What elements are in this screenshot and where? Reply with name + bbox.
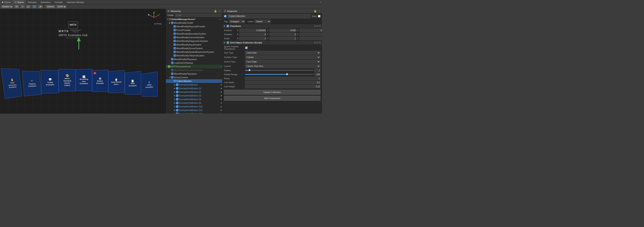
radial-range-slider-thumb[interactable] [286,73,288,75]
gizmos-button[interactable]: Gizmos [46,5,55,9]
hierarchy-item-raycast[interactable]: MixedRealityRaycastProvider [166,25,222,28]
hierarchy-item-scene-sys[interactable]: MixedRealitySceneSystem [166,47,222,50]
hierarchy-item-loadhub[interactable]: LoadHubOnStartup [166,61,222,65]
scene-options[interactable]: — ≡ [219,18,222,20]
layer-dropdown[interactable]: Default [254,20,271,23]
hierarchy-item-boundary[interactable]: MixedRealityBoundarySystem [166,32,222,36]
grid-paste-icon[interactable]: ⧉ [317,42,318,44]
rotation-z-input[interactable] [300,33,322,36]
cell-height-input[interactable] [245,85,320,88]
rotation-y-input[interactable] [270,33,296,36]
rows-input[interactable] [245,77,320,80]
hierarchy-item-spatial[interactable]: MixedRealitySpatialAwarenessSystem [166,50,222,54]
transform-settings-icon[interactable]: ⚙ [319,25,321,27]
hierarchy-item-hub-btn10[interactable]: ▶ ExampleHubButton (10) ▶ [166,105,222,108]
hierarchy-lock-icon[interactable]: 🔒 [214,10,217,13]
hierarchy-search-input[interactable] [175,14,222,17]
scale-x-input[interactable] [240,37,266,40]
hierarchy-item-input[interactable]: MixedRealityInputSystem [166,43,222,47]
hierarchy-item-playspace2[interactable]: MixedRealityPlayspace [166,72,222,76]
hierarchy-item-scene-content[interactable]: ▼ SceneContent [166,76,222,79]
radial-range-slider-track[interactable] [245,74,314,75]
inspector-menu-icon[interactable]: ⋮ [318,10,320,13]
lighting-button[interactable]: ☀ [20,5,25,9]
hierarchy-item-mrtk-hub[interactable]: ▼ MRTKExamplesHub — ≡ [166,65,222,68]
hierarchy-item-hub-btn4[interactable]: ▶ ExampleHubButton (4) ▶ [166,97,222,101]
radius-slider-track[interactable] [245,70,314,71]
position-x-input[interactable] [240,29,266,32]
tab-animator[interactable]: Animator [26,0,38,5]
hierarchy-item-hub-btn2[interactable]: ▶ ExampleHubButton (2) ▶ [166,90,222,94]
radial-range-input[interactable] [314,73,320,76]
hierarchy-item-hub-btn1[interactable]: ▶ ExampleHubButton (1) ▶ [166,87,222,90]
update-collection-button[interactable]: Update Collection [224,90,320,95]
position-z-input[interactable] [300,29,322,32]
transform-copy-icon[interactable]: ⧉ [314,25,316,27]
layout-dropdown[interactable]: Column Then Row [245,64,320,68]
transform-paste-icon[interactable]: ⧉ [317,25,318,27]
ignore-inactive-checkbox[interactable] [245,47,248,49]
tab-scene[interactable]: ⬡ Scene [12,0,26,5]
hierarchy-menu-icon[interactable]: ⋮ [218,10,220,13]
transform-component-header[interactable]: ▼ T Transform ⧉ ⧉ ⚙ [222,24,322,28]
hierarchy-create-btn[interactable]: Create [167,14,174,17]
scale-y-input[interactable] [270,37,296,40]
filter-select[interactable]: Q+All [56,5,66,9]
rotation-x-input[interactable] [240,33,266,36]
close-icon[interactable]: ✕ [320,1,321,3]
cell-width-input[interactable] [245,81,320,84]
tab-animation[interactable]: Animation [38,0,52,5]
obj-name-input[interactable] [228,14,310,18]
tag-dropdown[interactable]: Untagged [229,20,245,23]
expand-arrow-3[interactable]: ▶ [221,95,222,97]
position-y-input[interactable] [270,29,296,32]
obj-active-checkbox[interactable] [224,15,226,17]
expand-arrow[interactable]: ▶ [221,84,222,86]
hierarchy-item-cube-collection[interactable]: CubeCollection [166,79,222,83]
2d-button[interactable]: 2D [14,5,20,9]
hierarchy-item-teleport[interactable]: MixedRealityTeleportSystem [166,54,222,57]
expand-arrow-5[interactable]: ▶ [221,102,222,104]
expand-arrow-4[interactable]: ▶ [221,98,222,100]
hierarchy-item-mrt-inactive[interactable]: MixedRealityToolkit (Inactive) [166,68,222,72]
inspector-lock-icon[interactable]: 🔒 [314,10,317,13]
sort-type-dropdown[interactable]: Child Order [245,51,320,55]
scale-z-input[interactable] [300,37,322,40]
add-component-button[interactable]: Add Component [224,96,320,101]
tab-game[interactable]: ▶ Game [0,0,12,5]
shading-select[interactable]: Shaded [1,5,13,9]
hierarchy-scene-root[interactable]: ▼ DefaultManagerScene* — ≡ [166,17,222,21]
hierarchy-item-camera[interactable]: MixedRealityCameraSystem [166,36,222,39]
orient-type-dropdown[interactable]: Face Origin [245,60,320,64]
hierarchy-item-hub-btn5[interactable]: ▶ ExampleHubButton (5) ▶ [166,101,222,105]
grid-copy-icon[interactable]: ⧉ [314,42,316,44]
expand-arrow-1[interactable]: ▶ [221,87,222,89]
hierarchy-item-hub-btn[interactable]: ▶ ExampleHubButton ▶ [166,83,222,87]
hierarchy-item-focus[interactable]: FocusProvider [166,28,222,32]
hierarchy-item-playspace[interactable]: MixedRealityPlayspace [166,57,222,61]
expand-arrow-13[interactable]: ▶ [221,113,222,114]
grid-collection-header[interactable]: ▼ # Grid Object Collection (Script) ⧉ ⧉ … [222,41,322,45]
surface-type-dropdown[interactable]: Cylinder [245,55,320,59]
expand-arrow-12[interactable]: ▶ [221,109,222,111]
grid-settings-icon[interactable]: ⚙ [319,42,321,44]
radius-slider-thumb[interactable] [248,69,250,71]
radius-input[interactable] [314,69,320,72]
hierarchy-item-diag[interactable]: MixedRealityDiagnosticsSystem [166,39,222,43]
expand-arrow-2[interactable]: ▶ [221,91,222,93]
static-checkbox[interactable] [318,15,320,17]
hierarchy-item-hub-btn13[interactable]: ▶ ExampleHubButton (13) ▶ [166,112,222,114]
hierarchy-item-hub-btn12[interactable]: ▶ ExampleHubButton (12) ▶ [166,108,222,112]
expand-arrow-10[interactable]: ▶ [221,106,222,108]
audio-button[interactable]: 🔊 [26,5,31,9]
skybox-button[interactable]: 🌐 [32,5,37,9]
mrtk-logo: MRTK MRTK MIXED REALITYTOOLKIT MRTK Exam… [58,21,88,39]
tab-optimize[interactable]: Optimize Window [65,0,86,5]
tab-console[interactable]: Console [52,0,65,5]
scene-view[interactable]: y x ◄ Persp MRTK MRTK MIXED REALITYTOOLK… [0,9,166,114]
fx-button[interactable]: ✨ [38,5,43,9]
hierarchy-title: Hierarchy [171,10,213,12]
hierarchy-item-mrt[interactable]: ▶ MixedRealityToolkit [166,21,222,25]
mrtk-hub-options[interactable]: — ≡ [219,66,222,68]
hierarchy-item-hub-btn3[interactable]: ▶ ExampleHubButton (3) ▶ [166,94,222,97]
